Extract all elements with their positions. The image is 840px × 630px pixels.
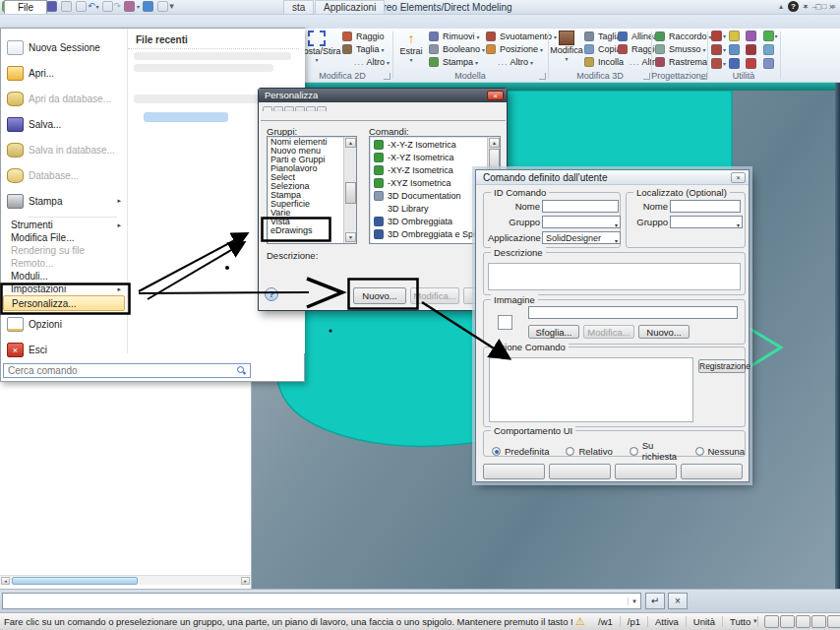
vertical-scrollbar[interactable]: ▲ ▼ — [343, 137, 356, 243]
ribbon-button[interactable]: Booleano ▾ — [429, 43, 486, 55]
dialog-launcher-icon[interactable] — [539, 73, 546, 80]
doc-maximize-button[interactable]: □ — [821, 2, 826, 11]
nome-localizzato-input[interactable] — [670, 200, 741, 213]
ribbon-button[interactable]: Smusso ▾ — [655, 43, 706, 55]
footer-button[interactable] — [483, 464, 545, 479]
menu-item[interactable]: Apri da database... ▸ — [1, 86, 127, 111]
utility-tool-button[interactable]: ▾ — [746, 56, 761, 70]
dialog-tab[interactable] — [306, 106, 316, 111]
command-list-item[interactable]: 3D Documentation — [371, 189, 486, 202]
qat-button[interactable]: ▾ — [143, 1, 154, 12]
utility-tool-button[interactable]: ▾ — [763, 29, 779, 42]
menu-item[interactable]: Impostazioni ▸ — [1, 283, 127, 295]
scroll-up-arrow[interactable]: ▲ — [345, 138, 356, 148]
recent-file-redacted[interactable] — [134, 64, 273, 72]
help-dropdown-icon[interactable]: ▾ — [804, 2, 808, 11]
radio-option[interactable]: Nessuna — [695, 440, 746, 462]
utility-tool-button[interactable]: ▾ — [729, 29, 745, 42]
command-input[interactable] — [3, 596, 628, 606]
menu-item[interactable]: Database... ▸ — [1, 162, 127, 188]
footer-button[interactable] — [549, 464, 611, 479]
dialog-tab[interactable] — [273, 106, 283, 111]
nuovo-immagine-button[interactable]: Nuovo... — [638, 325, 690, 339]
command-search-box[interactable] — [3, 363, 251, 378]
nome-input[interactable] — [542, 200, 619, 213]
utility-tool-button[interactable]: ▾ — [711, 56, 727, 70]
scrollbar-thumb[interactable] — [345, 182, 356, 204]
ribbon-button[interactable]: Rastrema ▾ — [655, 56, 706, 68]
scroll-down-arrow[interactable]: ▼ — [345, 232, 356, 242]
utility-tool-button[interactable]: ▾ — [711, 42, 727, 56]
status-tool-icon[interactable] — [764, 615, 779, 628]
qat-button[interactable]: ▾ — [46, 1, 58, 12]
image-preview-box[interactable] — [498, 315, 512, 330]
qat-button[interactable]: ↶ ▾ — [76, 1, 99, 12]
gruppo-combo[interactable]: ▾ — [542, 216, 621, 228]
status-field[interactable]: Unità — [687, 616, 723, 627]
command-list-item[interactable]: 3D Ombreggiata — [371, 215, 486, 227]
collapse-ribbon-icon[interactable]: ▴ — [779, 2, 783, 11]
menu-item[interactable]: Remoto... ▸ — [1, 257, 127, 270]
dialog-title-bar[interactable]: Comando definito dall'utente — [476, 170, 749, 185]
doc-minimize-button[interactable]: – — [812, 2, 816, 11]
menu-item[interactable]: Strumenti ▸ — [1, 219, 127, 231]
clear-command-button[interactable]: × — [668, 593, 688, 609]
help-icon[interactable]: ? — [788, 1, 799, 12]
footer-button[interactable] — [681, 464, 743, 479]
scroll-right-arrow[interactable]: ▸ — [241, 577, 250, 585]
horizontal-scrollbar[interactable]: ◂ ▸ — [0, 575, 251, 585]
image-path-input[interactable] — [528, 306, 738, 319]
qat-button[interactable]: ▾ — [124, 1, 140, 12]
radio-option[interactable]: Relativo — [566, 440, 612, 462]
ribbon-button[interactable]: Taglia ▾ — [342, 43, 391, 55]
radio-option[interactable]: Su richiesta — [630, 440, 679, 462]
qat-button[interactable]: ▾ — [61, 1, 73, 12]
ribbon-button[interactable]: Raggio ▾ — [618, 43, 651, 55]
command-input-combo[interactable]: ▾ — [2, 593, 641, 609]
scroll-left-arrow[interactable]: ◂ — [1, 577, 10, 585]
big-button-estrai[interactable]: ↑ Estrai ▾ — [395, 29, 427, 70]
modifica-immagine-button[interactable]: Modifica... — [583, 325, 634, 339]
menu-item[interactable]: Apri... ▸ — [1, 60, 127, 86]
ribbon-button[interactable]: ... Altro ▾ — [486, 56, 547, 68]
menu-item[interactable]: Personalizza... ▸ — [3, 295, 125, 311]
status-field[interactable]: Attiva — [648, 616, 687, 627]
menu-item[interactable]: Salva... ▸ — [1, 111, 127, 137]
utility-tool-button[interactable]: ▾ — [763, 56, 779, 70]
close-icon[interactable]: × — [731, 172, 746, 183]
ribbon-button[interactable]: ... Altro ▾ — [342, 56, 391, 68]
ribbon-button[interactable]: Allinea ▾ — [618, 31, 651, 42]
utility-tool-button[interactable]: ▾ — [729, 56, 745, 70]
qat-button[interactable]: ↷ ▾ — [102, 1, 122, 12]
footer-button[interactable] — [615, 464, 677, 479]
azione-textarea[interactable] — [489, 357, 693, 422]
ribbon-button[interactable]: Taglia ▾ — [584, 31, 618, 42]
ribbon-button[interactable]: Raggio ▾ — [342, 31, 391, 42]
status-tool-icon[interactable] — [811, 615, 826, 628]
dialog-launcher-icon[interactable] — [700, 73, 707, 80]
command-list-item[interactable]: 3D Library — [371, 202, 486, 215]
tab-vista-partial[interactable]: sta — [283, 0, 314, 14]
ribbon-button[interactable]: Stampa ▾ — [429, 56, 486, 68]
chevron-down-icon[interactable]: ▾ — [753, 617, 757, 625]
dialog-tab[interactable] — [263, 106, 272, 111]
applicazione-combo[interactable]: SolidDesigner▾ — [542, 231, 621, 244]
groups-listbox[interactable]: Nomi elementiNuovo menuParti e GruppiPia… — [267, 136, 357, 244]
status-field[interactable]: /w1 — [591, 616, 621, 627]
qat-button[interactable]: ▾ ▾ — [157, 1, 174, 12]
utility-tool-button[interactable]: ▾ — [746, 42, 761, 56]
tab-applicazioni[interactable]: Applicazioni — [315, 0, 385, 14]
ribbon-button[interactable]: Raccordo ▾ — [655, 31, 706, 42]
command-list-item[interactable]: -X-YZ Isometrica — [371, 151, 486, 163]
recent-file-redacted[interactable] — [134, 52, 291, 60]
dialog-tab[interactable] — [317, 106, 327, 111]
command-list-item[interactable]: -XYZ Isometrica — [371, 176, 486, 189]
command-list-item[interactable]: -XY-Z Isometrica — [371, 163, 486, 176]
radio-option[interactable]: Predefinita — [492, 440, 549, 462]
tab-file[interactable]: File — [4, 0, 47, 14]
menu-item[interactable]: Rendering su file ▸ — [1, 244, 127, 257]
ribbon-button[interactable]: ... Altro ▾ — [618, 56, 651, 68]
chevron-down-icon[interactable]: ▾ — [628, 598, 640, 605]
status-tool-icon[interactable] — [780, 615, 795, 628]
nuovo-button[interactable]: Nuovo... — [353, 287, 406, 304]
